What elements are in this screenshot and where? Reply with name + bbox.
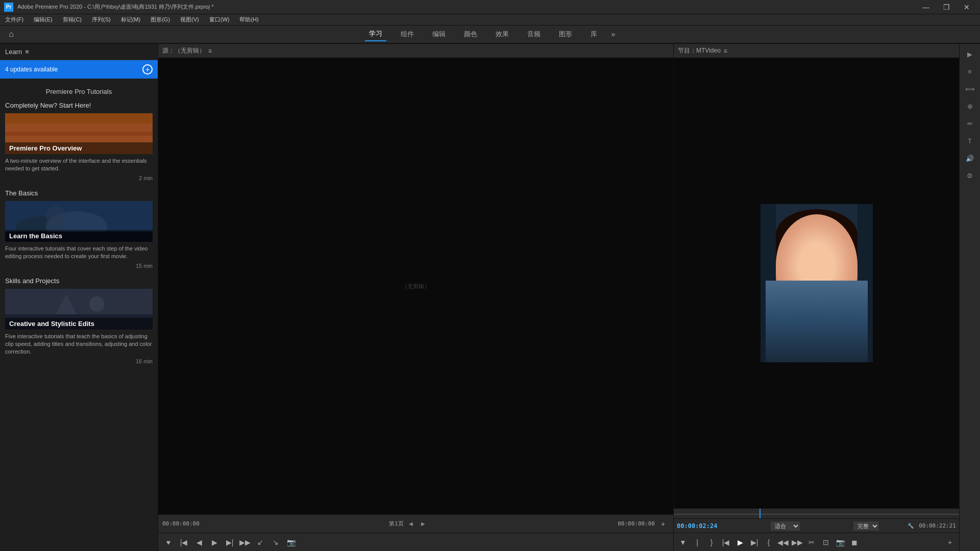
program-playhead[interactable] [760, 509, 761, 518]
source-add-button[interactable]: + [657, 518, 669, 530]
svg-point-17 [800, 258, 808, 263]
tutorial-basics-duration: 15 min [5, 263, 153, 269]
tab-edit[interactable]: 编辑 [428, 28, 450, 41]
tutorials-title: Premiere Pro Tutorials [5, 88, 153, 95]
tutorial-creative[interactable]: Creative and Stylistic Edits Five intera… [5, 289, 153, 364]
source-label: 源：（无剪辑） [162, 46, 205, 55]
program-label: 节目：MTVideo [678, 46, 721, 55]
svg-point-18 [825, 258, 834, 263]
source-menu-icon[interactable]: ≡ [208, 47, 212, 55]
util-pen-btn[interactable]: ✏ [962, 115, 978, 132]
menu-marker[interactable]: 标记(M) [119, 15, 143, 24]
section-title-new: Completely New? Start Here! [5, 102, 153, 109]
program-timebar[interactable] [674, 508, 959, 518]
titlebar-controls[interactable]: — ❐ ✕ [917, 0, 976, 14]
program-timebar-track [674, 514, 959, 515]
program-fit-select[interactable]: 适合 25% 50% 100% [771, 521, 800, 531]
close-button[interactable]: ✕ [958, 0, 976, 14]
tutorial-creative-thumb: Creative and Stylistic Edits [5, 289, 153, 330]
source-prev-frame[interactable]: |◀ [178, 536, 190, 548]
prog-prev-frame[interactable]: |◀ [720, 536, 732, 548]
menubar: 文件(F) 编辑(E) 剪辑(C) 序列(S) 标记(M) 图形(G) 视图(V… [0, 14, 980, 26]
prog-mark-out[interactable]: | [691, 536, 703, 548]
learn-content: Premiere Pro Tutorials Completely New? S… [0, 79, 158, 551]
program-panel: 节目：MTVideo ≡ [674, 44, 960, 551]
menu-window[interactable]: 窗口(W) [207, 15, 232, 24]
prog-next-edit[interactable]: { [763, 536, 775, 548]
tab-effects[interactable]: 效果 [492, 28, 513, 41]
svg-rect-23 [857, 204, 873, 362]
updates-bar[interactable]: 4 updates available + [0, 60, 158, 79]
source-next-frame[interactable]: ▶▶ [239, 536, 251, 548]
prog-export-frame[interactable]: 📷 [834, 536, 846, 548]
top-navigation: ⌂ 学习 组件 编辑 颜色 效果 音频 图形 库 » [0, 26, 980, 44]
tutorial-basics-label: Learn the Basics [5, 230, 153, 242]
source-controls: 00:00:00:00 第1页 ◀ ▶ 00:00:00:00 + [158, 514, 673, 533]
prog-add-marker[interactable]: ◼ [848, 536, 861, 548]
tab-assembly[interactable]: 组件 [397, 28, 418, 41]
program-timecode[interactable]: 00:00:02:24 [677, 522, 717, 530]
prog-next-frame[interactable]: ▶| [748, 536, 761, 548]
prog-step-back[interactable]: ◀◀ [777, 536, 789, 548]
util-split-btn[interactable]: ⊕ [962, 98, 978, 114]
tutorial-basics-desc: Four interactive tutorials that cover ea… [5, 245, 153, 261]
tutorial-creative-label: Creative and Stylistic Edits [5, 318, 153, 330]
prog-trim[interactable]: ✂ [805, 536, 818, 548]
program-menu-icon[interactable]: ≡ [724, 47, 727, 55]
prog-play[interactable]: ▶ [734, 536, 746, 548]
titlebar: Pr Adobe Premiere Pro 2020 - C:\用户\hbxy\… [0, 0, 980, 14]
prog-mark-in[interactable]: ▼ [677, 536, 689, 548]
minimize-button[interactable]: — [917, 0, 935, 14]
tab-audio[interactable]: 音频 [523, 28, 545, 41]
program-controls-row1: 00:00:02:24 适合 25% 50% 100% 完整 1/2 1/4 🔧… [674, 518, 959, 533]
svg-rect-21 [776, 306, 857, 362]
source-overwrite[interactable]: ↘ [270, 536, 282, 548]
menu-edit[interactable]: 编辑(E) [32, 15, 55, 24]
prog-settings[interactable]: + [944, 536, 956, 548]
updates-plus-button[interactable]: + [142, 64, 153, 74]
menu-sequence[interactable]: 序列(S) [90, 15, 113, 24]
learn-panel: Learn ≡ 4 updates available + Premiere P… [0, 44, 158, 551]
tutorial-overview[interactable]: Premiere Pro Overview A two-minute overv… [5, 113, 153, 181]
source-panel: 源：（无剪辑） ≡ （无剪辑） 00:00:00:00 第1页 ◀ ▶ 00:0… [158, 44, 674, 551]
menu-help[interactable]: 帮助(H) [237, 15, 260, 24]
prog-step-fwd[interactable]: ▶▶ [791, 536, 803, 548]
source-insert[interactable]: ↙ [254, 536, 266, 548]
menu-clip[interactable]: 剪辑(C) [61, 15, 84, 24]
section-title-basics: The Basics [5, 189, 153, 197]
menu-file[interactable]: 文件(F) [3, 15, 26, 24]
source-export[interactable]: 📷 [285, 536, 297, 548]
tutorial-basics[interactable]: Learn the Basics Four interactive tutori… [5, 201, 153, 269]
util-text-btn[interactable]: T [962, 133, 978, 149]
source-mark-in[interactable]: ♥ [162, 536, 175, 548]
program-quality-select[interactable]: 完整 1/2 1/4 [853, 521, 879, 531]
menu-graphics[interactable]: 图形(G) [149, 15, 172, 24]
menu-view[interactable]: 视图(V) [178, 15, 201, 24]
tab-color[interactable]: 颜色 [460, 28, 481, 41]
maximize-button[interactable]: ❐ [937, 0, 955, 14]
program-preview-image [761, 204, 873, 362]
prog-safe-margins[interactable]: ⊡ [820, 536, 832, 548]
source-step-back[interactable]: ◀ [193, 536, 205, 548]
svg-point-13 [781, 219, 852, 311]
tab-library[interactable]: 库 [586, 28, 601, 41]
nav-more-button[interactable]: » [611, 30, 616, 38]
util-selection-tool[interactable]: ▶ [962, 46, 978, 62]
source-play[interactable]: ▶ [208, 536, 220, 548]
prog-prev-edit[interactable]: } [705, 536, 718, 548]
source-monitor: （无剪辑） [158, 58, 673, 514]
source-step-fwd[interactable]: ▶| [224, 536, 236, 548]
util-audio-btn[interactable]: 🔊 [962, 150, 978, 166]
learn-menu-icon[interactable]: ≡ [25, 48, 29, 56]
tab-graphics[interactable]: 图形 [555, 28, 576, 41]
util-settings-btn[interactable]: ⚙ [962, 167, 978, 184]
source-page-indicator: 第1页 [389, 520, 403, 528]
util-transform-btn[interactable]: ⟺ [962, 81, 978, 97]
tab-learn[interactable]: 学习 [365, 27, 386, 41]
svg-rect-22 [761, 204, 776, 362]
titlebar-title: Adobe Premiere Pro 2020 - C:\用户\hbxy\桌面\… [17, 3, 214, 11]
source-timecode-end: 00:00:00:00 [618, 520, 655, 527]
home-button[interactable]: ⌂ [4, 27, 18, 41]
util-timeline-btn[interactable]: ≡ [962, 63, 978, 80]
program-controls-row2: ▼ | } |◀ ▶ ▶| { ◀◀ ▶▶ ✂ ⊡ 📷 ◼ + [674, 533, 959, 551]
